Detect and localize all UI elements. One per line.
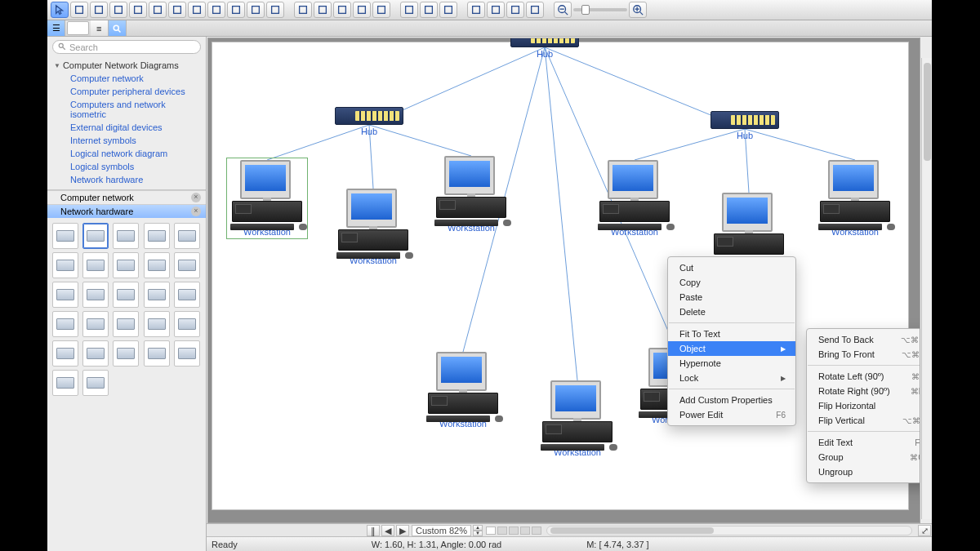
context-submenu-object[interactable]: Send To Back⌥⌘BBring To Front⌥⌘FRotate L… xyxy=(806,328,920,483)
connector-3-button[interactable] xyxy=(207,2,225,18)
palette-shape[interactable] xyxy=(144,340,170,367)
close-icon[interactable]: × xyxy=(191,207,201,216)
tree-item[interactable]: Logical symbols xyxy=(47,160,206,173)
edge-curve-button[interactable] xyxy=(314,2,332,18)
canvas-horizontal-scrollbar[interactable] xyxy=(546,526,912,535)
menu-item[interactable]: Delete xyxy=(668,304,795,319)
palette-shape[interactable] xyxy=(113,340,139,367)
palette-shape[interactable] xyxy=(174,223,200,249)
palette-shape[interactable] xyxy=(144,223,170,249)
diagram-page[interactable]: HubHubHubWorkstationWorkstationWorkstati… xyxy=(212,42,909,510)
menu-item[interactable]: Object xyxy=(668,341,795,356)
palette-shape[interactable] xyxy=(144,252,170,278)
palette-shape[interactable] xyxy=(52,370,78,396)
workstation-node[interactable]: Workstation xyxy=(335,189,412,265)
workstation-node[interactable]: Workstation xyxy=(539,380,616,457)
rect-button[interactable] xyxy=(70,2,88,18)
polygon-button[interactable] xyxy=(129,2,147,18)
zoom-stepper[interactable]: ▲▼ xyxy=(473,525,483,536)
menu-item[interactable]: Bring To Front⌥⌘F xyxy=(807,347,920,362)
menu-item[interactable]: Ungroup xyxy=(807,464,920,479)
pagestrip-next-button[interactable]: ▶ xyxy=(396,525,409,536)
pan-tool-button[interactable] xyxy=(487,2,505,18)
palette-shape[interactable] xyxy=(82,252,109,278)
zoom-out-button[interactable] xyxy=(554,2,572,18)
menu-item[interactable]: Copy xyxy=(668,275,795,290)
palette-shape[interactable] xyxy=(113,223,139,249)
tree-item[interactable]: Logical network diagram xyxy=(47,147,206,160)
close-icon[interactable]: × xyxy=(191,193,201,202)
menu-item[interactable]: Flip Horizontal xyxy=(807,398,920,413)
palette-shape[interactable] xyxy=(113,311,139,337)
pagestrip-prev-button[interactable]: ◀ xyxy=(381,525,394,536)
workstation-node[interactable]: Workstation xyxy=(596,160,673,237)
page-thumb-5[interactable] xyxy=(532,527,541,535)
library-tree-tab[interactable]: ☰ xyxy=(47,20,65,36)
page-thumb-4[interactable] xyxy=(520,527,530,535)
connector-1-button[interactable] xyxy=(168,2,186,18)
menu-item[interactable]: Lock xyxy=(668,371,795,385)
line-tool-button[interactable] xyxy=(149,2,167,18)
palette-shape[interactable] xyxy=(144,282,170,308)
canvas[interactable]: HubHubHubWorkstationWorkstationWorkstati… xyxy=(207,38,920,523)
tree-item[interactable]: Computer peripheral devices xyxy=(47,85,206,98)
menu-item[interactable]: Rotate Right (90º)⌘R xyxy=(807,384,920,398)
palette-shape[interactable] xyxy=(174,252,200,278)
palette-shape[interactable] xyxy=(52,340,78,367)
zoom-tool-button[interactable] xyxy=(467,2,485,18)
palette-shape[interactable] xyxy=(52,282,78,308)
edge-merge-button[interactable] xyxy=(372,2,390,18)
palette-shape[interactable] xyxy=(82,340,109,367)
zoom-level-field[interactable]: Custom 82% xyxy=(412,525,471,536)
pagestrip-expand-button[interactable]: ⤢ xyxy=(918,525,931,536)
connector-2-button[interactable] xyxy=(188,2,206,18)
palette-shape[interactable] xyxy=(82,311,109,337)
palette-shape[interactable] xyxy=(52,223,78,249)
menu-item[interactable]: Hypernote xyxy=(668,356,795,371)
workstation-node[interactable]: Workstation xyxy=(229,160,305,237)
palette-shape[interactable] xyxy=(52,252,78,278)
menu-item[interactable]: Flip Vertical⌥⌘J xyxy=(807,413,920,428)
library-search-input[interactable]: Search xyxy=(52,40,201,54)
rounded-rect-button[interactable] xyxy=(109,2,127,18)
tree-category[interactable]: ▼ Computer Network Diagrams xyxy=(47,59,206,72)
workstation-node[interactable]: Workstation xyxy=(433,156,510,233)
palette-shape[interactable] xyxy=(82,282,109,308)
palette-shape[interactable] xyxy=(174,340,200,367)
menu-item[interactable]: Fit To Text xyxy=(668,327,795,341)
palette-shape[interactable] xyxy=(52,311,78,337)
palette-shape[interactable] xyxy=(113,252,139,278)
page-thumb-current[interactable] xyxy=(486,527,496,535)
pagestrip-first-button[interactable]: ‖ xyxy=(367,525,380,536)
palette-shape[interactable] xyxy=(82,370,109,396)
edge-ortho-button[interactable] xyxy=(333,2,351,18)
crop-tool-button[interactable] xyxy=(506,2,524,18)
palette-shape[interactable] xyxy=(174,282,200,308)
menu-item[interactable]: Send To Back⌥⌘B xyxy=(807,332,920,347)
zoom-in-button[interactable] xyxy=(629,2,647,18)
hub-node[interactable]: Hub xyxy=(335,107,403,136)
align-2-button[interactable] xyxy=(420,2,438,18)
menu-item[interactable]: Rotate Left (90º)⌘L xyxy=(807,369,920,384)
tree-item[interactable]: Network hardware xyxy=(47,173,206,186)
page-button[interactable] xyxy=(266,2,284,18)
library-search-tab[interactable] xyxy=(109,20,127,36)
tree-item[interactable]: Internet symbols xyxy=(47,134,206,147)
edge-straight-button[interactable] xyxy=(294,2,312,18)
pointer-button[interactable] xyxy=(51,2,69,18)
stencil-header[interactable]: Network hardware× xyxy=(47,204,206,218)
connector-5-button[interactable] xyxy=(247,2,265,18)
workstation-node[interactable]: Workstation xyxy=(817,160,893,237)
menu-item[interactable]: Cut xyxy=(668,260,795,275)
tree-item[interactable]: Computers and network isometric xyxy=(47,98,206,121)
page-thumb-3[interactable] xyxy=(509,527,519,535)
menu-item[interactable]: Edit TextF2 xyxy=(807,435,920,450)
zoom-slider[interactable] xyxy=(573,8,627,11)
tree-item[interactable]: Computer network xyxy=(47,72,206,85)
connector-4-button[interactable] xyxy=(227,2,245,18)
menu-item[interactable]: Add Custom Properties xyxy=(668,393,795,407)
menu-item[interactable]: Group⌘G xyxy=(807,450,920,464)
palette-shape[interactable] xyxy=(144,311,170,337)
page-thumb-2[interactable] xyxy=(497,527,507,535)
hub-node[interactable]: Hub xyxy=(510,38,579,59)
